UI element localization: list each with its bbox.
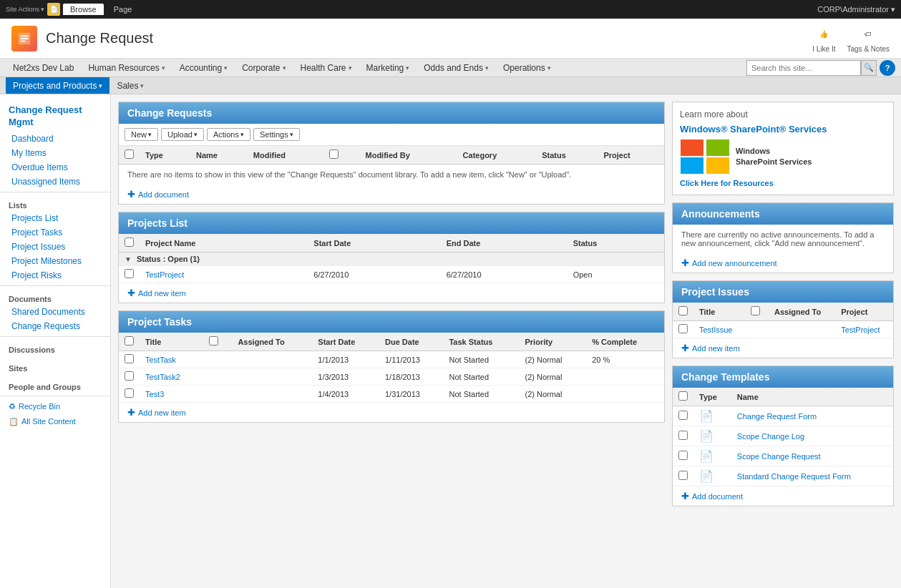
sidebar-item-change-requests[interactable]: Change Requests	[0, 319, 110, 333]
sidebar-item-unassigned[interactable]: Unassigned Items	[0, 175, 110, 189]
task-0-title-link[interactable]: TestTask	[145, 356, 176, 364]
task-row-2-checkbox[interactable]	[125, 388, 134, 398]
tags-notes-button[interactable]: 🏷 Tags & Notes	[847, 24, 890, 53]
nav-bar-row2: Projects and Products▾ Sales▾	[0, 77, 901, 94]
svg-rect-1	[681, 139, 703, 156]
task-row-1-checkbox[interactable]	[125, 371, 134, 381]
announcements-add[interactable]: ✚ Add new announcement	[673, 253, 893, 273]
project-row-checkbox[interactable]	[125, 269, 134, 278]
table-row: Test3 1/4/2013 1/31/2013 Not Started (2)…	[119, 386, 664, 403]
issue-0-title-link[interactable]: TestIssue	[699, 325, 732, 334]
help-button[interactable]: ?	[880, 60, 895, 76]
plus-icon: ✚	[127, 189, 135, 200]
nav-item-corporate[interactable]: Corporate▾	[235, 59, 293, 77]
tasks-add-item[interactable]: ✚ Add new item	[119, 403, 664, 422]
col-name: Name	[190, 146, 248, 165]
task-1-due: 1/18/2013	[379, 368, 443, 386]
issues-select-all[interactable]	[678, 306, 688, 315]
task-row-0-checkbox[interactable]	[125, 354, 134, 363]
change-templates-header: Change Templates	[673, 366, 893, 388]
nav-item-net2xs[interactable]: Net2xs Dev Lab	[6, 59, 81, 77]
tmpl-row-1-checkbox[interactable]	[678, 431, 688, 440]
proj-col-end: End Date	[441, 234, 568, 253]
search-input[interactable]	[746, 60, 861, 76]
tmpl-1-name-link[interactable]: Scope Change Log	[737, 432, 804, 441]
title-bar: Change Request 👍 I Like It 🏷 Tags & Note…	[0, 19, 901, 59]
table-row: 📄 Change Request Form	[673, 406, 893, 426]
project-end-date: 6/27/2010	[441, 266, 568, 283]
nav-item-operations[interactable]: Operations▾	[496, 59, 558, 77]
nav-item-accounting[interactable]: Accounting▾	[172, 59, 235, 77]
sidebar-section-discussions: Discussions	[0, 340, 110, 356]
add-document-link[interactable]: ✚ Add document	[119, 185, 664, 204]
svg-rect-4	[706, 157, 729, 174]
user-menu[interactable]: CORP\Administrator ▾	[817, 5, 895, 14]
table-row: TestProject 6/27/2010 6/27/2010 Open	[119, 266, 664, 283]
templates-add-doc[interactable]: ✚ Add document	[673, 486, 893, 506]
sidebar-item-project-milestones[interactable]: Project Milestones	[0, 254, 110, 268]
tmpl-2-name-link[interactable]: Scope Change Request	[737, 452, 821, 461]
projects-group-row: ▼ Status : Open (1)	[119, 253, 664, 266]
templates-select-all[interactable]	[678, 391, 688, 401]
page-title: Change Request	[46, 30, 153, 46]
sidebar-item-project-risks[interactable]: Project Risks	[0, 268, 110, 283]
sidebar-item-my-items[interactable]: My Items	[0, 146, 110, 160]
tasks-select-all[interactable]	[125, 336, 134, 346]
upload-button[interactable]: Upload▾	[161, 128, 204, 141]
sidebar-item-shared-docs[interactable]: Shared Documents	[0, 305, 110, 319]
i-like-it-button[interactable]: 👍 I Like It	[812, 24, 835, 53]
actions-button[interactable]: Actions▾	[207, 128, 250, 141]
project-status: Open	[568, 266, 664, 283]
issues-add-item[interactable]: ✚ Add new item	[673, 338, 893, 358]
search-button[interactable]: 🔍	[861, 60, 877, 76]
settings-button[interactable]: Settings▾	[253, 128, 300, 141]
tmpl-row-3-checkbox[interactable]	[678, 471, 688, 480]
issue-row-0-checkbox[interactable]	[678, 324, 688, 333]
task-2-due: 1/31/2013	[379, 386, 443, 403]
task-2-title-link[interactable]: Test3	[145, 390, 164, 398]
task-0-due: 1/11/2013	[379, 351, 443, 368]
tmpl-row-0-checkbox[interactable]	[678, 411, 688, 420]
change-requests-header: Change Requests	[119, 102, 664, 124]
modified-by-checkbox[interactable]	[329, 150, 339, 159]
sidebar-item-projects-list[interactable]: Projects List	[0, 211, 110, 225]
tasks-assigned-checkbox[interactable]	[209, 336, 218, 346]
sidebar-item-overdue[interactable]: Overdue Items	[0, 160, 110, 175]
site-actions-button[interactable]: Site Actions ▾	[6, 6, 44, 13]
select-all-checkbox[interactable]	[125, 150, 134, 159]
nav-item-healthcare[interactable]: Health Care▾	[293, 59, 359, 77]
browse-tab[interactable]: Browse	[63, 4, 104, 15]
click-resources-link[interactable]: Click Here for Resources	[680, 179, 886, 187]
collapse-icon[interactable]: ▼	[125, 255, 132, 263]
username-label: CORP\Administrator	[817, 5, 889, 14]
tmpl-0-name-link[interactable]: Change Request Form	[737, 412, 817, 421]
nav-item-sales[interactable]: Sales▾	[109, 77, 151, 94]
plus-icon-5: ✚	[681, 343, 689, 353]
issues-assigned-checkbox[interactable]	[751, 306, 760, 315]
table-row: TestTask 1/1/2013 1/11/2013 Not Started …	[119, 351, 664, 368]
project-name-link[interactable]: TestProject	[145, 270, 184, 279]
sidebar-divider-2	[0, 285, 110, 286]
nav-item-projects-products[interactable]: Projects and Products▾	[6, 77, 109, 94]
sidebar-item-dashboard[interactable]: Dashboard	[0, 132, 110, 146]
nav-item-hr[interactable]: Human Resources▾	[81, 59, 172, 77]
nav-item-odds[interactable]: Odds and Ends▾	[417, 59, 496, 77]
sidebar-item-project-issues[interactable]: Project Issues	[0, 240, 110, 254]
sidebar-recycle-bin[interactable]: ♻ Recycle Bin	[0, 399, 110, 414]
task-1-title-link[interactable]: TestTask2	[145, 373, 180, 381]
tmpl-row-2-checkbox[interactable]	[678, 451, 688, 460]
projects-add-item[interactable]: ✚ Add new item	[119, 283, 664, 303]
sidebar-all-content[interactable]: 📋 All Site Content	[0, 414, 110, 429]
task-2-status: Not Started	[443, 386, 519, 403]
promo-panel: Learn more about Windows® SharePoint® Se…	[672, 102, 894, 195]
table-row: 📄 Scope Change Request	[673, 446, 893, 466]
issues-col-project: Project	[835, 303, 893, 321]
projects-select-all[interactable]	[125, 237, 134, 247]
new-button[interactable]: New▾	[125, 128, 158, 141]
page-tab[interactable]: Page	[107, 4, 140, 15]
nav-item-marketing[interactable]: Marketing▾	[359, 59, 417, 77]
issue-0-project-link[interactable]: TestProject	[841, 325, 880, 334]
sidebar-item-project-tasks[interactable]: Project Tasks	[0, 225, 110, 240]
col-type: Type	[140, 146, 190, 165]
tmpl-3-name-link[interactable]: Standard Change Request Form	[737, 472, 851, 481]
